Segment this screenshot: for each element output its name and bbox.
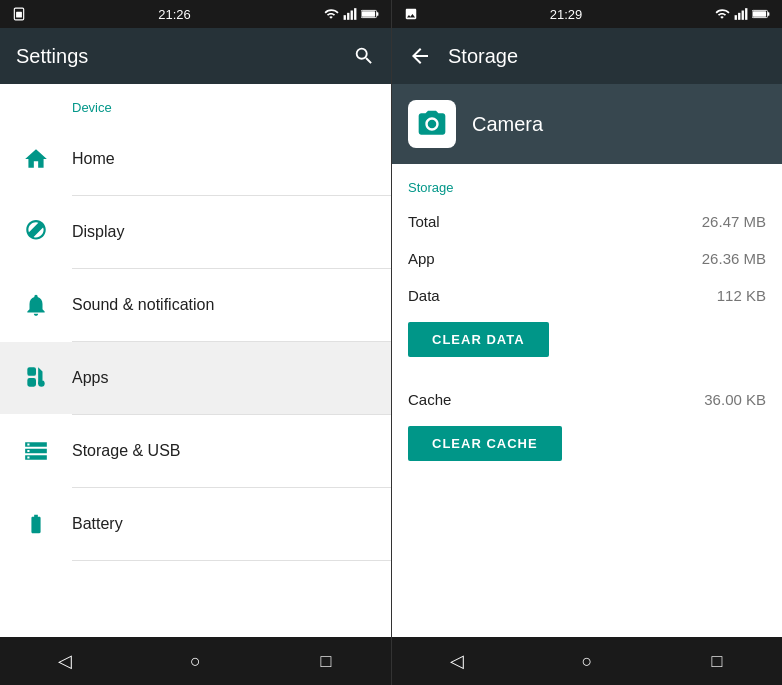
home-nav-left[interactable]: ○ xyxy=(175,641,215,681)
left-panel: 21:26 Settings Device Home xyxy=(0,0,391,685)
toolbar-left: Settings xyxy=(0,28,391,84)
data-value: 112 KB xyxy=(717,287,766,304)
battery-icon-wrap xyxy=(16,504,56,544)
recent-nav-left[interactable]: □ xyxy=(306,641,346,681)
settings-title: Settings xyxy=(16,45,88,68)
storage-usb-label: Storage & USB xyxy=(72,442,181,460)
right-status-right-icons xyxy=(714,7,770,21)
battery-icon-right xyxy=(752,8,770,20)
camera-icon-wrap xyxy=(408,100,456,148)
nav-bar-right: ◁ ○ □ xyxy=(392,637,782,685)
signal-icon-left xyxy=(343,7,357,21)
apps-icon xyxy=(23,365,49,391)
svg-rect-15 xyxy=(768,12,770,16)
sim-icon xyxy=(12,7,26,21)
storage-content: Storage Total 26.47 MB App 26.36 MB Data… xyxy=(392,164,782,637)
status-bar-left: 21:26 xyxy=(0,0,391,28)
settings-content: Device Home Display Sound & notification xyxy=(0,84,391,637)
svg-rect-2 xyxy=(344,15,346,20)
svg-rect-7 xyxy=(377,12,379,16)
left-time: 21:26 xyxy=(158,7,191,22)
app-size-row: App 26.36 MB xyxy=(408,240,766,277)
home-nav-right[interactable]: ○ xyxy=(567,641,607,681)
home-label: Home xyxy=(72,150,115,168)
menu-item-display[interactable]: Display xyxy=(0,196,391,268)
app-header: Camera xyxy=(392,84,782,164)
svg-rect-5 xyxy=(354,8,356,20)
total-row: Total 26.47 MB xyxy=(408,203,766,240)
image-icon xyxy=(404,7,418,21)
sound-icon xyxy=(23,292,49,318)
svg-rect-3 xyxy=(347,13,349,20)
search-icon xyxy=(353,45,375,67)
recent-nav-right[interactable]: □ xyxy=(697,641,737,681)
display-icon-wrap xyxy=(16,212,56,252)
wifi-icon-right xyxy=(714,7,730,21)
menu-item-home[interactable]: Home xyxy=(0,123,391,195)
signal-icon-right xyxy=(734,7,748,21)
storage-section-label: Storage xyxy=(408,164,766,203)
app-name: Camera xyxy=(472,113,543,136)
back-nav-right[interactable]: ◁ xyxy=(437,641,477,681)
wifi-icon-left xyxy=(323,7,339,21)
menu-item-battery[interactable]: Battery xyxy=(0,488,391,560)
camera-icon xyxy=(416,108,448,140)
back-arrow-icon xyxy=(408,44,432,68)
display-icon xyxy=(23,219,49,245)
back-nav-left[interactable]: ◁ xyxy=(45,641,85,681)
svg-rect-13 xyxy=(745,8,747,20)
total-label: Total xyxy=(408,213,440,230)
svg-rect-16 xyxy=(753,11,766,16)
nav-bar-left: ◁ ○ □ xyxy=(0,637,391,685)
data-row: Data 112 KB xyxy=(408,277,766,314)
home-icon xyxy=(23,146,49,172)
svg-rect-1 xyxy=(16,12,22,18)
menu-item-sound[interactable]: Sound & notification xyxy=(0,269,391,341)
left-status-right-icons xyxy=(323,7,379,21)
storage-icon-wrap xyxy=(16,431,56,471)
apps-icon-wrap xyxy=(16,358,56,398)
menu-item-apps[interactable]: Apps xyxy=(0,342,391,414)
clear-cache-button[interactable]: CLEAR CACHE xyxy=(408,426,562,461)
sound-icon-wrap xyxy=(16,285,56,325)
svg-rect-10 xyxy=(735,15,737,20)
toolbar-right: Storage xyxy=(392,28,782,84)
device-section-label: Device xyxy=(0,84,391,123)
apps-label: Apps xyxy=(72,369,108,387)
cache-value: 36.00 KB xyxy=(704,391,766,408)
app-value: 26.36 MB xyxy=(702,250,766,267)
svg-rect-12 xyxy=(742,11,744,20)
display-label: Display xyxy=(72,223,124,241)
app-label: App xyxy=(408,250,435,267)
cache-row: Cache 36.00 KB xyxy=(408,381,766,418)
cache-section: Cache 36.00 KB CLEAR CACHE xyxy=(408,373,766,485)
search-button[interactable] xyxy=(353,45,375,67)
battery-menu-icon xyxy=(25,511,47,537)
menu-item-storage[interactable]: Storage & USB xyxy=(0,415,391,487)
data-label: Data xyxy=(408,287,440,304)
battery-icon-left xyxy=(361,8,379,20)
svg-rect-4 xyxy=(351,11,353,20)
battery-label: Battery xyxy=(72,515,123,533)
divider-battery xyxy=(72,560,391,561)
right-time: 21:29 xyxy=(550,7,583,22)
home-icon-wrap xyxy=(16,139,56,179)
svg-rect-11 xyxy=(738,13,740,20)
total-value: 26.47 MB xyxy=(702,213,766,230)
cache-label: Cache xyxy=(408,391,451,408)
clear-data-button[interactable]: CLEAR DATA xyxy=(408,322,549,357)
storage-title: Storage xyxy=(448,45,518,68)
right-panel: 21:29 Storage Camera Storage Total 26.47… xyxy=(391,0,782,685)
back-button[interactable] xyxy=(408,44,432,68)
sound-label: Sound & notification xyxy=(72,296,214,314)
right-status-left-icons xyxy=(404,7,418,21)
svg-rect-8 xyxy=(362,11,375,16)
status-bar-right: 21:29 xyxy=(392,0,782,28)
storage-icon xyxy=(22,438,50,464)
svg-point-9 xyxy=(38,380,44,387)
left-status-left-icons xyxy=(12,7,26,21)
